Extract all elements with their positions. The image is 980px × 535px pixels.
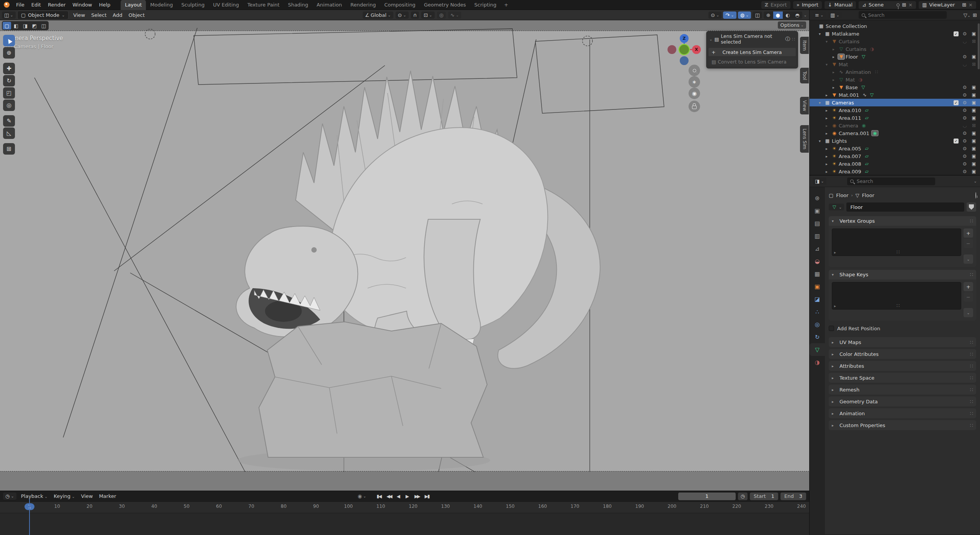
hide-eye-icon[interactable] xyxy=(962,161,968,166)
collapsed-panel[interactable]: Attributes∷ xyxy=(829,361,976,371)
drag-handle-icon[interactable]: ∷ xyxy=(970,387,973,393)
xray-toggle[interactable]: ◫ xyxy=(753,11,762,19)
timeline-tracks[interactable] xyxy=(0,513,809,535)
auto-keying-button[interactable]: ◉⌄ xyxy=(358,493,366,499)
outliner-row[interactable]: Matlakame xyxy=(810,30,980,38)
start-frame-field[interactable]: Start1 xyxy=(750,493,778,500)
mesh-name-input[interactable] xyxy=(849,204,961,210)
outliner-row[interactable]: Mat xyxy=(810,76,980,83)
expand-chevron-icon[interactable] xyxy=(819,139,824,143)
hide-eye-icon[interactable] xyxy=(962,31,968,36)
outliner-item-label[interactable]: Area.005 xyxy=(839,146,861,152)
remove-item-button[interactable]: − xyxy=(964,239,973,248)
fake-user-button[interactable] xyxy=(967,202,976,212)
collapsed-panel[interactable]: Remesh∷ xyxy=(829,385,976,395)
pin-id-icon[interactable] xyxy=(975,192,976,199)
workspace-tab[interactable]: Compositing xyxy=(380,0,420,10)
add-item-button[interactable]: + xyxy=(964,282,973,291)
collapsed-panel[interactable]: Texture Space∷ xyxy=(829,373,976,383)
timeline-menu[interactable]: Playback xyxy=(18,493,51,500)
select-mode-button[interactable] xyxy=(21,22,29,29)
viewport-menu[interactable]: Object xyxy=(125,11,147,19)
render-disabled-icon[interactable] xyxy=(971,123,977,128)
current-frame-field[interactable]: 1 xyxy=(678,493,736,500)
drag-handle-icon[interactable]: ∷ xyxy=(970,363,973,369)
editor-type-button[interactable]: ◫⌄ xyxy=(2,11,16,19)
collapsed-panel[interactable]: Color Attributes∷ xyxy=(829,349,976,359)
render-visibility-icon[interactable] xyxy=(971,54,977,59)
tool-button[interactable] xyxy=(3,47,15,59)
outliner-item-label[interactable]: Scene Collection xyxy=(826,23,867,29)
render-visibility-icon[interactable] xyxy=(971,130,977,136)
hide-eye-icon[interactable] xyxy=(962,153,968,159)
render-visibility-icon[interactable] xyxy=(971,115,977,121)
drag-handle-icon[interactable]: ∷ xyxy=(970,399,973,405)
hide-eye-icon[interactable] xyxy=(962,169,968,174)
expand-chevron-icon[interactable] xyxy=(826,39,831,44)
select-mode-button[interactable] xyxy=(30,22,39,29)
outliner-item-label[interactable]: Mat xyxy=(846,77,855,83)
hide-eye-icon[interactable] xyxy=(962,138,968,144)
tool-button[interactable] xyxy=(3,75,15,86)
properties-options-icon[interactable]: ⌄ xyxy=(974,179,977,183)
use-preview-range-button[interactable]: ◷ xyxy=(738,493,748,500)
transport-button[interactable] xyxy=(384,493,393,499)
sidebar-tab[interactable]: Tool xyxy=(800,68,809,83)
specials-menu-button[interactable]: ⌄ xyxy=(964,254,973,264)
collapsed-panel[interactable]: UV Maps∷ xyxy=(829,337,976,347)
hide-eye-icon[interactable] xyxy=(962,54,968,59)
viewport-menu[interactable]: Add xyxy=(110,11,125,19)
select-mode-button[interactable] xyxy=(3,22,11,29)
tool-button[interactable] xyxy=(3,87,15,99)
properties-tab[interactable] xyxy=(810,305,825,318)
hidden-eye-icon[interactable] xyxy=(962,39,968,44)
topbar-menu[interactable]: Render xyxy=(44,1,69,9)
expand-chevron-icon[interactable] xyxy=(826,116,831,120)
render-visibility-icon[interactable] xyxy=(971,100,977,105)
outliner-item-label[interactable]: Area.009 xyxy=(839,169,861,175)
outliner-row[interactable]: Floor xyxy=(810,53,980,60)
outliner-row[interactable]: Animation xyxy=(810,68,980,76)
shading-mode-button[interactable] xyxy=(783,11,792,19)
expand-chevron-icon[interactable] xyxy=(826,162,831,166)
outliner-item-label[interactable]: Matlakame xyxy=(832,31,859,37)
collapsed-panel[interactable]: Animation∷ xyxy=(829,408,976,418)
outliner-item-label[interactable]: Camera.001 xyxy=(839,130,869,136)
outliner-row[interactable]: Area.007 xyxy=(810,152,980,160)
properties-tab[interactable] xyxy=(810,268,825,280)
drag-handle-icon[interactable]: ∷ xyxy=(970,411,973,416)
collapsed-panel[interactable]: Geometry Data∷ xyxy=(829,396,976,406)
export-button[interactable]: ZExport xyxy=(761,1,790,9)
render-visibility-icon[interactable] xyxy=(971,92,977,98)
drag-handle-icon[interactable]: ∷ xyxy=(970,422,973,428)
filter-funnel-icon[interactable]: ▽⌄ xyxy=(964,12,970,18)
snap-target-selector[interactable]: ⊡⌄ xyxy=(421,11,434,19)
tool-button[interactable] xyxy=(3,35,15,46)
outliner-item-label[interactable]: Base xyxy=(846,85,858,90)
outliner-item-label[interactable]: Curtains xyxy=(839,39,859,44)
exclude-checkbox[interactable] xyxy=(954,31,959,36)
workspace-tab[interactable]: Sculpting xyxy=(177,0,209,10)
outliner-item-label[interactable]: Camera xyxy=(839,123,858,129)
timeline-editor-type-button[interactable]: ◷⌄ xyxy=(3,493,16,500)
panel-header[interactable]: Shape Keys∷ xyxy=(829,270,976,279)
tool-button[interactable] xyxy=(3,127,15,139)
outliner-item-label[interactable]: Area.007 xyxy=(839,153,861,159)
hide-eye-icon[interactable] xyxy=(962,146,968,151)
new-scene-icon[interactable]: ⊞ xyxy=(902,2,906,8)
outliner-row[interactable]: Scene Collection xyxy=(810,22,980,30)
gizmo-z-neg-axis[interactable] xyxy=(680,56,689,65)
sidebar-tab[interactable]: Lens Sim xyxy=(800,125,809,153)
hide-eye-icon[interactable] xyxy=(962,100,968,105)
outliner-row[interactable]: Camera.001 xyxy=(810,129,980,137)
outliner-item-label[interactable]: Lights xyxy=(832,138,847,144)
transport-button[interactable] xyxy=(412,493,421,499)
datablock-name-field[interactable] xyxy=(846,202,964,212)
tool-button[interactable] xyxy=(3,143,15,155)
gizmo-y-axis[interactable] xyxy=(679,45,689,54)
select-mode-button[interactable] xyxy=(12,22,20,29)
outliner-item-label[interactable]: Mat.001 xyxy=(839,92,859,98)
outliner-row[interactable]: Curtains xyxy=(810,45,980,53)
end-frame-field[interactable]: End3 xyxy=(780,493,806,500)
shading-mode-button[interactable] xyxy=(792,11,802,19)
